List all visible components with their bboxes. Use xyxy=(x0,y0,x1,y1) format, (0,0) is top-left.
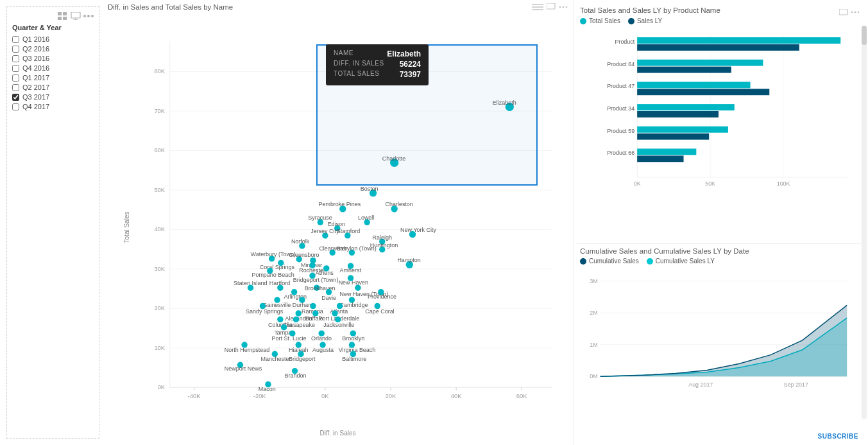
svg-text:1M: 1M xyxy=(590,342,597,348)
svg-text:20K: 20K xyxy=(386,392,396,399)
legend-total-sales: Total Sales xyxy=(580,17,620,24)
bar-chart-section: Total Sales and Sales LY by Product Name… xyxy=(577,3,865,243)
svg-text:50K: 50K xyxy=(154,186,165,193)
svg-rect-0 xyxy=(58,12,62,15)
scatter-panel: Diff. in Sales and Total Sales by Name T… xyxy=(103,0,573,445)
legend-sales-ly: Sales LY xyxy=(628,17,662,24)
svg-text:Augusta: Augusta xyxy=(312,347,334,353)
bar-p64-ly xyxy=(637,67,731,73)
filter-checkbox-5[interactable] xyxy=(12,84,19,91)
svg-text:Greensboro: Greensboro xyxy=(289,252,319,258)
bar-p47-ly xyxy=(637,89,769,95)
filter-item-1[interactable]: Q2 2016 xyxy=(12,45,94,53)
bar-p66-total xyxy=(637,148,696,155)
filter-checkbox-0[interactable] xyxy=(12,36,19,43)
filter-checkbox-2[interactable] xyxy=(12,55,19,62)
svg-text:60K: 60K xyxy=(154,146,165,153)
svg-text:30K: 30K xyxy=(154,265,165,272)
svg-text:North Hempstead: North Hempstead xyxy=(225,347,269,353)
svg-text:Norfolk: Norfolk xyxy=(291,238,310,245)
svg-text:Port St. Lucie: Port St. Lucie xyxy=(272,335,307,342)
svg-text:100K: 100K xyxy=(777,180,790,187)
svg-text:Baltimore: Baltimore xyxy=(342,356,366,362)
svg-text:Bridgeport: Bridgeport xyxy=(289,356,316,362)
panel-icons xyxy=(12,12,94,20)
svg-point-16 xyxy=(566,6,568,8)
svg-text:Chesapeake: Chesapeake xyxy=(283,322,315,328)
svg-text:Staten Island: Staten Island xyxy=(234,280,267,286)
filter-label-6: Q3 2017 xyxy=(22,93,49,101)
svg-text:Aug 2017: Aug 2017 xyxy=(688,381,713,388)
filter-checkbox-7[interactable] xyxy=(12,103,19,110)
screen-icon[interactable] xyxy=(547,3,556,11)
bar-label-p34: Product 34 xyxy=(607,105,634,112)
filter-items: Q1 2016Q2 2016Q3 2016Q4 2016Q1 2017Q2 20… xyxy=(12,35,94,110)
svg-point-113 xyxy=(858,11,860,13)
point-davie[interactable] xyxy=(326,289,332,295)
bar-p64-total xyxy=(637,60,763,66)
bar-label-p64: Product 64 xyxy=(607,61,634,67)
svg-rect-2 xyxy=(58,17,62,20)
filter-label-3: Q4 2016 xyxy=(22,64,49,72)
cumul-chart-svg: 0M 1M 2M 3M Aug 2017 Sep 2017 xyxy=(580,266,860,395)
filter-checkbox-1[interactable] xyxy=(12,46,19,53)
legend-cumul-sales: Cumulative Sales xyxy=(580,257,639,265)
svg-text:Athens: Athens xyxy=(316,270,334,276)
svg-text:Stamford: Stamford xyxy=(337,228,360,234)
cumul-sales-dot xyxy=(580,258,586,265)
more-icon[interactable] xyxy=(83,12,94,20)
subscribe-button[interactable]: SUBSCRIBE xyxy=(818,433,858,440)
bar-p47-total xyxy=(637,82,750,88)
filter-checkbox-4[interactable] xyxy=(12,74,19,82)
bar-p34-total xyxy=(637,104,735,110)
svg-point-15 xyxy=(563,6,565,8)
svg-point-111 xyxy=(851,11,853,13)
svg-text:Hampton: Hampton xyxy=(397,257,420,263)
filter-item-0[interactable]: Q1 2016 xyxy=(12,35,94,43)
expand-icon[interactable] xyxy=(532,3,543,11)
filter-label-4: Q1 2017 xyxy=(22,74,49,82)
bar-chart-svg: 0K 50K 100K Product Product 64 Product 4… xyxy=(580,27,860,194)
svg-text:Orlando: Orlando xyxy=(311,335,332,342)
bar-more-icon[interactable] xyxy=(851,9,860,15)
svg-text:Lowell: Lowell xyxy=(358,214,374,221)
dashboard: Quarter & Year Q1 2016Q2 2016Q3 2016Q4 2… xyxy=(0,0,868,445)
svg-text:Sandy Springs: Sandy Springs xyxy=(246,308,284,315)
svg-text:2M: 2M xyxy=(590,310,597,316)
filter-item-7[interactable]: Q4 2017 xyxy=(12,103,94,110)
svg-text:Gainesville: Gainesville xyxy=(262,302,291,308)
svg-text:Huntington: Huntington xyxy=(370,242,398,249)
svg-point-7 xyxy=(83,15,86,17)
filter-item-3[interactable]: Q4 2016 xyxy=(12,64,94,72)
right-panel: Total Sales and Sales LY by Product Name… xyxy=(573,0,868,445)
filter-item-5[interactable]: Q2 2017 xyxy=(12,83,94,91)
point-new-haven-town[interactable] xyxy=(355,284,361,290)
svg-text:-40K: -40K xyxy=(188,392,201,399)
svg-text:New Haven: New Haven xyxy=(339,279,368,286)
svg-text:0K: 0K xyxy=(158,383,166,390)
bar-label-p66: Product 66 xyxy=(607,150,634,156)
svg-point-9 xyxy=(91,15,94,17)
bar-expand-icon[interactable] xyxy=(839,9,848,15)
svg-text:Providence: Providence xyxy=(368,293,396,300)
filter-label-2: Q3 2016 xyxy=(22,55,49,62)
bar-chart-icons xyxy=(839,9,860,15)
svg-text:Pembroke Pines: Pembroke Pines xyxy=(318,201,361,207)
svg-text:Raleigh: Raleigh xyxy=(373,234,392,241)
legend-cumul-ly: Cumulative Sales LY xyxy=(647,257,715,265)
svg-text:Virginia Beach: Virginia Beach xyxy=(339,347,376,353)
svg-text:Cape Coral: Cape Coral xyxy=(365,308,394,315)
filter-item-4[interactable]: Q1 2017 xyxy=(12,74,94,82)
svg-text:-20K: -20K xyxy=(253,392,267,399)
cumul-sales-area xyxy=(600,305,847,376)
scrollbar-thumb[interactable] xyxy=(862,26,867,45)
filter-checkbox-6[interactable] xyxy=(12,94,19,101)
legend-total-sales-label: Total Sales xyxy=(589,17,620,24)
svg-text:Jacksonville: Jacksonville xyxy=(323,322,354,328)
filter-item-2[interactable]: Q3 2016 xyxy=(12,55,94,62)
filter-label-0: Q1 2016 xyxy=(22,35,49,43)
more-options-icon[interactable] xyxy=(559,3,568,11)
svg-text:Amherst: Amherst xyxy=(340,267,362,274)
filter-item-6[interactable]: Q3 2017 xyxy=(12,93,94,101)
filter-checkbox-3[interactable] xyxy=(12,65,19,72)
